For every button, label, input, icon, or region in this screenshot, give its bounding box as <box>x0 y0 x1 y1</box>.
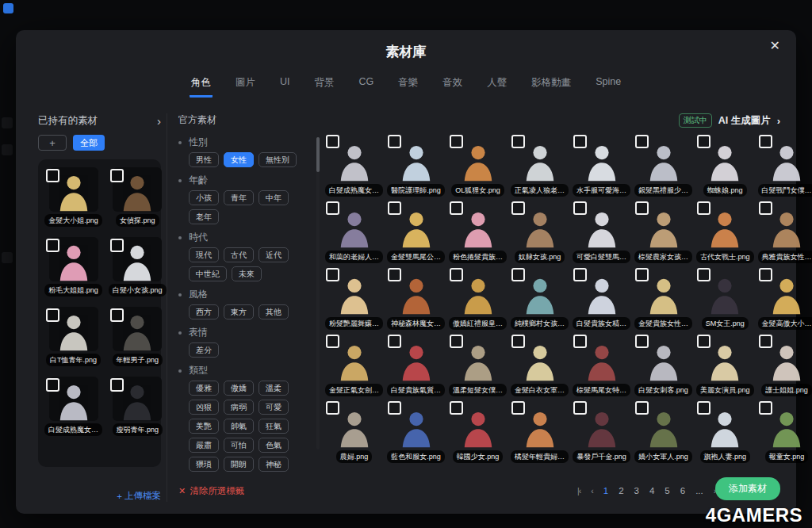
official-asset-card[interactable]: 奴隸女孩.png <box>511 201 569 263</box>
official-asset-card[interactable]: 白髮女刺客.png <box>634 334 692 396</box>
asset-checkbox[interactable] <box>110 378 124 392</box>
asset-checkbox[interactable] <box>759 268 772 281</box>
official-asset-card[interactable]: 暴發戶千金.png <box>573 400 630 463</box>
asset-checkbox[interactable] <box>573 268 587 281</box>
ai-generate-link[interactable]: AI 生成圖片 <box>718 114 771 128</box>
page-number[interactable]: 4 <box>649 486 654 495</box>
asset-checkbox[interactable] <box>388 401 401 415</box>
filter-tag[interactable]: 女性 <box>224 152 254 167</box>
filter-tag[interactable]: 色氣 <box>259 438 289 453</box>
page-number[interactable]: 6 <box>680 486 685 495</box>
asset-checkbox[interactable] <box>511 335 525 348</box>
asset-checkbox[interactable] <box>326 135 339 148</box>
chevron-right-icon[interactable]: › <box>777 115 780 127</box>
filter-tag[interactable]: 青年 <box>224 190 254 205</box>
add-filter-button[interactable]: + <box>38 135 67 151</box>
asset-checkbox[interactable] <box>326 335 339 348</box>
official-asset-card[interactable]: 銀髮黑禮服少… <box>634 134 692 197</box>
official-asset-card[interactable]: 粉髮艷麗舞孃… <box>325 267 383 330</box>
official-asset-card[interactable]: 古代女戰士.png <box>696 201 754 263</box>
official-asset-card[interactable]: 蜘蛛娘.png <box>696 134 754 197</box>
filter-tag[interactable]: 溫柔 <box>259 381 289 396</box>
prev-page-button[interactable]: ‹ <box>591 486 593 495</box>
official-asset-card[interactable]: 護士姐姐.png <box>758 334 812 396</box>
category-tab[interactable]: 圖片 <box>234 73 257 98</box>
owned-asset-card[interactable]: 白髮成熟魔女… <box>44 377 102 436</box>
official-asset-card[interactable]: 神秘森林魔女… <box>387 267 445 330</box>
asset-checkbox[interactable] <box>450 201 463 215</box>
official-asset-card[interactable]: 可愛白髮雙馬… <box>573 201 630 263</box>
official-asset-card[interactable]: 金髮白衣女軍… <box>511 334 569 396</box>
category-tab[interactable]: 人聲 <box>485 73 508 98</box>
chevron-right-icon[interactable]: › <box>157 115 161 127</box>
category-tab[interactable]: 影格動畫 <box>530 73 573 98</box>
filter-tag[interactable]: 開朗 <box>224 457 254 472</box>
official-asset-card[interactable]: 正氣凌人狼老… <box>511 134 569 197</box>
asset-checkbox[interactable] <box>110 169 124 182</box>
official-asset-card[interactable]: 韓國少女.png <box>449 400 507 463</box>
asset-checkbox[interactable] <box>635 401 649 415</box>
asset-checkbox[interactable] <box>46 169 59 182</box>
asset-checkbox[interactable] <box>46 378 59 392</box>
asset-checkbox[interactable] <box>450 268 463 281</box>
upload-file-link[interactable]: + 上傳檔案 <box>117 490 161 502</box>
official-asset-card[interactable]: 白髮貴族氣質… <box>387 334 445 396</box>
category-tab[interactable]: Spine <box>594 73 622 98</box>
category-tab[interactable]: 角色 <box>190 73 213 98</box>
official-asset-card[interactable]: SM女王.png <box>696 267 754 330</box>
official-asset-card[interactable]: 純樸鄉村女孩… <box>511 267 569 330</box>
clear-selected-tags-button[interactable]: ✕ 清除所選標籤 <box>178 485 244 497</box>
owned-asset-card[interactable]: 粉毛大姐姐.png <box>44 237 102 297</box>
category-tab[interactable]: 背景 <box>312 73 335 98</box>
filter-tag[interactable]: 狂氣 <box>259 419 289 434</box>
asset-checkbox[interactable] <box>388 135 401 148</box>
asset-checkbox[interactable] <box>511 268 525 281</box>
asset-checkbox[interactable] <box>759 135 772 148</box>
owned-asset-card[interactable]: 年輕男子.png <box>109 307 167 366</box>
filter-tag[interactable]: 古代 <box>224 247 254 262</box>
asset-checkbox[interactable] <box>110 308 124 322</box>
category-tab[interactable]: 音效 <box>441 73 464 98</box>
filter-tag[interactable]: 小孩 <box>189 190 219 205</box>
page-number[interactable]: 2 <box>619 486 623 495</box>
filter-tag[interactable]: 老年 <box>189 209 219 224</box>
page-number[interactable]: 5 <box>665 486 669 495</box>
asset-checkbox[interactable] <box>759 335 772 348</box>
owned-asset-card[interactable]: 白T恤青年.png <box>44 307 102 366</box>
asset-checkbox[interactable] <box>635 335 649 348</box>
official-asset-card[interactable]: 金髮貴族女性… <box>634 267 692 330</box>
filter-tag[interactable]: 現代 <box>189 247 219 262</box>
official-asset-card[interactable]: 嬌小女軍人.png <box>634 400 692 463</box>
asset-checkbox[interactable] <box>697 135 710 148</box>
filter-tag[interactable]: 可怕 <box>224 438 254 453</box>
asset-checkbox[interactable] <box>635 268 649 281</box>
filter-tag[interactable]: 差分 <box>189 342 219 358</box>
asset-checkbox[interactable] <box>326 201 339 215</box>
filter-tag[interactable]: 近代 <box>259 247 289 262</box>
category-tab[interactable]: CG <box>357 73 375 98</box>
owned-asset-card[interactable]: 女偵探.png <box>109 167 167 227</box>
asset-checkbox[interactable] <box>635 135 649 148</box>
filter-tag[interactable]: 神秘 <box>259 457 289 472</box>
filter-tag[interactable]: 傲嬌 <box>224 381 254 396</box>
official-asset-card[interactable]: 粉色捲髮貴族… <box>449 201 507 263</box>
official-asset-card[interactable]: 和藹的老婦人… <box>325 201 383 263</box>
asset-checkbox[interactable] <box>326 268 339 281</box>
asset-checkbox[interactable] <box>697 335 710 348</box>
official-asset-card[interactable]: 金髮正氣女劍… <box>325 334 383 396</box>
grid-scrollbar-thumb[interactable] <box>316 137 320 172</box>
asset-checkbox[interactable] <box>759 201 772 215</box>
filter-tag[interactable]: 其他 <box>259 304 289 319</box>
filter-tag[interactable]: 帥氣 <box>224 419 254 434</box>
asset-checkbox[interactable] <box>46 308 59 322</box>
asset-checkbox[interactable] <box>450 335 463 348</box>
filter-tag[interactable]: 中年 <box>259 190 289 205</box>
filter-tag[interactable]: 病弱 <box>224 400 254 415</box>
add-assets-button[interactable]: 添加素材 <box>715 477 780 500</box>
official-asset-card[interactable]: 金髮雙馬尾公… <box>387 201 445 263</box>
asset-checkbox[interactable] <box>388 268 401 281</box>
official-asset-card[interactable]: 報童女.png <box>758 400 812 463</box>
filter-tag[interactable]: 西方 <box>189 304 219 319</box>
official-asset-card[interactable]: 傲嬌紅禮服皇… <box>449 267 507 330</box>
official-asset-card[interactable]: 典雅貴族女性… <box>758 201 812 263</box>
